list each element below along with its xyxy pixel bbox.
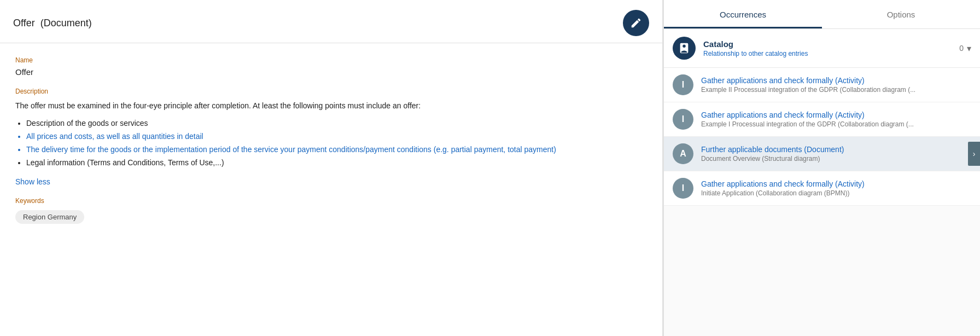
occ-title: Gather applications and check formally (… xyxy=(701,179,971,188)
occ-subtitle: Example I Processual integration of the … xyxy=(701,120,971,128)
tab-occurrences[interactable]: Occurrences xyxy=(664,0,822,28)
name-value: Offer xyxy=(15,67,647,77)
book-icon xyxy=(678,42,690,54)
description-label: Description xyxy=(15,88,647,95)
content-area: Name Offer Description The offer must be… xyxy=(0,43,662,336)
list-item: The delivery time for the goods or the i… xyxy=(26,143,647,157)
occ-info: Gather applications and check formally (… xyxy=(701,179,971,197)
list-item: Description of the goods or services xyxy=(26,117,647,130)
occ-title: Further applicable documents (Document) xyxy=(701,145,971,154)
edit-icon xyxy=(630,17,642,29)
occurrence-item[interactable]: I Gather applications and check formally… xyxy=(664,171,980,206)
occ-title: Gather applications and check formally (… xyxy=(701,111,971,119)
name-label: Name xyxy=(15,56,647,64)
occ-info: Gather applications and check formally (… xyxy=(701,76,971,94)
catalog-subtitle: Relationship to other catalog entries xyxy=(703,50,959,57)
avatar: I xyxy=(673,178,693,199)
keyword-tag[interactable]: Region Germany xyxy=(15,210,84,224)
avatar: I xyxy=(673,109,693,130)
document-title: Offer (Document) xyxy=(13,18,92,29)
occurrence-item[interactable]: I Gather applications and check formally… xyxy=(664,102,980,137)
occ-subtitle: Example II Processual integration of the… xyxy=(701,86,971,94)
side-arrow-icon[interactable]: › xyxy=(968,142,980,166)
header-bar: Offer (Document) xyxy=(0,0,662,43)
description-list: Description of the goods or services All… xyxy=(26,117,647,169)
keywords-label: Keywords xyxy=(15,197,647,205)
tabs-bar: Occurrences Options xyxy=(664,0,980,29)
occ-subtitle: Initiate Application (Collaboration diag… xyxy=(701,189,971,197)
occ-title: Gather applications and check formally (… xyxy=(701,76,971,85)
doc-type: (Document) xyxy=(40,18,92,28)
occ-subtitle: Document Overview (Structural diagram) xyxy=(701,155,971,163)
tab-options[interactable]: Options xyxy=(822,0,980,28)
occ-info: Further applicable documents (Document) … xyxy=(701,145,971,163)
edit-button[interactable] xyxy=(623,10,649,36)
catalog-icon xyxy=(673,37,696,60)
avatar: I xyxy=(673,74,693,95)
list-item: Legal information (Terms and Conditions,… xyxy=(26,157,647,170)
catalog-title: Catalog xyxy=(703,39,959,49)
occ-info: Gather applications and check formally (… xyxy=(701,111,971,128)
left-panel: Offer (Document) Name Offer Description … xyxy=(0,0,663,336)
occurrences-list: Catalog Relationship to other catalog en… xyxy=(664,29,980,336)
description-intro: The offer must be examined in the four-e… xyxy=(15,100,647,112)
list-item: All prices and costs, as well as all qua… xyxy=(26,130,647,143)
doc-name: Offer xyxy=(13,18,35,28)
show-less-link[interactable]: Show less xyxy=(15,177,50,186)
right-panel: Occurrences Options Catalog Relationship… xyxy=(663,0,980,336)
occurrence-item-highlighted[interactable]: A Further applicable documents (Document… xyxy=(664,137,980,171)
occurrence-item[interactable]: I Gather applications and check formally… xyxy=(664,68,980,102)
catalog-info: Catalog Relationship to other catalog en… xyxy=(703,39,959,57)
catalog-count: 0 xyxy=(959,44,964,53)
chevron-down-icon[interactable]: ▾ xyxy=(967,43,971,54)
avatar: A xyxy=(673,143,693,164)
catalog-entry[interactable]: Catalog Relationship to other catalog en… xyxy=(664,29,980,68)
